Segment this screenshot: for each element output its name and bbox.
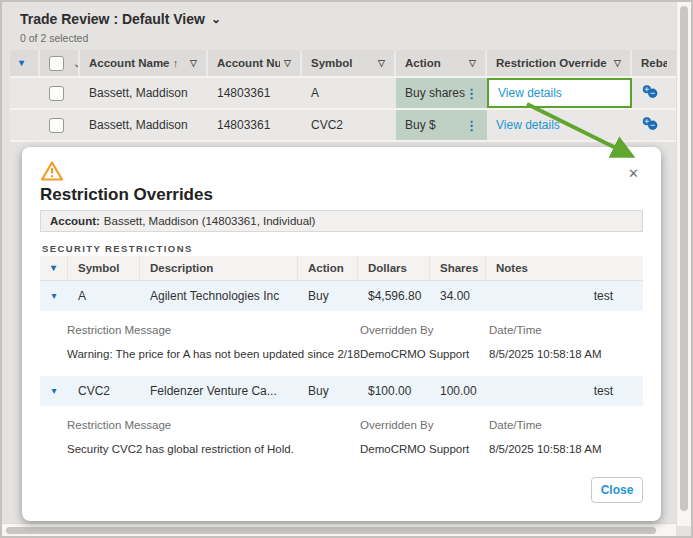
description-cell: Feldenzer Venture Ca... <box>140 384 298 398</box>
column-header-account-number[interactable]: Account Nu... ▽ <box>208 50 302 76</box>
warning-icon <box>40 160 64 186</box>
symbol-label: Symbol <box>311 57 353 69</box>
filter-icon[interactable]: ▽ <box>469 58 476 68</box>
restriction-override-label: Restriction Override <box>496 57 607 69</box>
datetime-value: 8/5/2025 10:58:18 AM <box>489 348 643 360</box>
rebalance-label: Rebalance <box>641 57 667 69</box>
restriction-override-cell-highlighted: View details <box>487 78 632 108</box>
symbol-cell: CVC2 <box>68 384 140 398</box>
description-cell: Agilent Technologies Inc <box>140 289 298 303</box>
select-menu-chevron-icon[interactable]: ⌄ <box>73 58 80 69</box>
column-header-symbol[interactable]: Symbol ▽ <box>302 50 396 76</box>
vertical-scrollbar-thumb[interactable] <box>680 6 688 511</box>
column-header-action[interactable]: Action ▽ <box>396 50 487 76</box>
table-row: Bassett, Maddison 14803361 A Buy shares … <box>10 78 676 110</box>
action-label: Action <box>405 57 441 69</box>
column-header-shares[interactable]: Shares <box>430 256 486 280</box>
vertical-scrollbar[interactable] <box>676 2 691 526</box>
datetime-value: 8/5/2025 10:58:18 AM <box>489 443 643 455</box>
column-header-notes[interactable]: Notes <box>486 256 643 280</box>
row-checkbox-cell <box>40 78 80 108</box>
action-cell: Buy <box>298 384 358 398</box>
column-header-symbol[interactable]: Symbol <box>68 256 140 280</box>
account-summary-bar: Account: Bassett, Maddison (14803361, In… <box>40 210 643 232</box>
security-row: ▾ CVC2 Feldenzer Venture Ca... Buy $100.… <box>40 376 643 406</box>
row-expand-cell[interactable] <box>10 78 40 108</box>
action-cell: Buy $ ⋮ <box>396 110 487 140</box>
expand-all-icon: ▾ <box>51 263 56 273</box>
filter-icon[interactable]: ▽ <box>190 58 197 68</box>
row-checkbox[interactable] <box>49 118 64 133</box>
filter-icon[interactable]: ▽ <box>378 58 385 68</box>
row-expand-cell[interactable] <box>10 110 40 140</box>
column-header-rebalance[interactable]: Rebalance <box>632 50 676 76</box>
symbol-cell: CVC2 <box>302 110 396 140</box>
column-header-account-name[interactable]: Account Name ↑ ▽ <box>80 50 208 76</box>
collapse-row-icon: ▾ <box>51 386 56 396</box>
rebalance-icon[interactable] <box>641 116 659 135</box>
view-details-link[interactable]: View details <box>496 118 560 132</box>
view-details-link[interactable]: View details <box>498 86 562 100</box>
row-checkbox[interactable] <box>49 86 64 101</box>
trade-review-screen: Trade Review : Default View ⌄ 0 of 2 sel… <box>0 0 693 538</box>
symbol-cell: A <box>68 289 140 303</box>
page-title[interactable]: Trade Review : Default View ⌄ <box>20 11 221 27</box>
restriction-detail: Restriction Message Overridden By Date/T… <box>40 406 643 471</box>
select-all-checkbox[interactable] <box>49 56 64 71</box>
row-collapse-cell[interactable]: ▾ <box>40 386 68 396</box>
trade-review-grid: ▾ ⌄ Account Name ↑ ▽ Account Nu... ▽ Sym… <box>10 50 676 142</box>
column-header-description[interactable]: Description <box>140 256 298 280</box>
table-row: Bassett, Maddison 14803361 CVC2 Buy $ ⋮ … <box>10 110 676 142</box>
restriction-overrides-modal: ✕ Restriction Overrides Account: Bassett… <box>22 147 661 521</box>
column-header-dollars[interactable]: Dollars <box>358 256 430 280</box>
horizontal-scrollbar[interactable] <box>2 523 676 536</box>
filter-icon[interactable]: ▽ <box>284 58 291 68</box>
close-button[interactable]: Close <box>591 477 643 503</box>
collapse-row-icon: ▾ <box>51 291 56 301</box>
overridden-by-label: Overridden By <box>360 419 489 431</box>
rebalance-icon[interactable] <box>641 84 659 103</box>
dollars-cell: $4,596.80 <box>358 289 430 303</box>
column-header-action[interactable]: Action <box>298 256 358 280</box>
row-collapse-cell[interactable]: ▾ <box>40 291 68 301</box>
account-label: Account: <box>50 215 100 227</box>
filter-icon[interactable]: ▽ <box>614 58 621 68</box>
rebalance-cell <box>632 110 676 140</box>
action-cell: Buy shares ⋮ <box>396 78 487 108</box>
restriction-message-label: Restriction Message <box>67 419 360 431</box>
shares-cell: 34.00 <box>430 289 486 303</box>
select-all-header[interactable]: ⌄ <box>40 50 80 76</box>
dollars-cell: $100.00 <box>358 384 430 398</box>
chevron-down-icon: ⌄ <box>211 12 221 26</box>
datetime-label: Date/Time <box>489 419 643 431</box>
action-cell: Buy <box>298 289 358 303</box>
expand-all-icon: ▾ <box>19 58 24 68</box>
horizontal-scrollbar-thumb[interactable] <box>6 527 656 534</box>
kebab-menu-icon[interactable]: ⋮ <box>465 118 478 133</box>
account-name-cell: Bassett, Maddison <box>80 78 208 108</box>
close-icon[interactable]: ✕ <box>628 167 639 180</box>
restriction-detail: Restriction Message Overridden By Date/T… <box>40 311 643 376</box>
modal-table-header: ▾ Symbol Description Action Dollars Shar… <box>40 256 643 281</box>
action-value: Buy shares <box>405 86 465 100</box>
expand-all-header[interactable]: ▾ <box>40 256 68 280</box>
restriction-message-value: Security CVC2 has global restriction of … <box>67 443 360 455</box>
modal-title: Restriction Overrides <box>40 185 213 205</box>
kebab-menu-icon[interactable]: ⋮ <box>465 86 478 101</box>
datetime-label: Date/Time <box>489 324 643 336</box>
sort-asc-icon: ↑ <box>173 57 179 69</box>
overridden-by-label: Overridden By <box>360 324 489 336</box>
row-checkbox-cell <box>40 110 80 140</box>
account-name-label: Account Name <box>89 57 170 69</box>
restriction-override-cell: View details <box>487 110 632 140</box>
expand-all-header[interactable]: ▾ <box>10 50 40 76</box>
notes-cell: test <box>486 289 643 303</box>
restriction-message-value: Warning: The price for A has not been up… <box>67 348 360 360</box>
security-restrictions-table: ▾ Symbol Description Action Dollars Shar… <box>40 256 643 471</box>
notes-cell: test <box>486 384 643 398</box>
security-row: ▾ A Agilent Technologies Inc Buy $4,596.… <box>40 281 643 311</box>
account-name-cell: Bassett, Maddison <box>80 110 208 140</box>
action-value: Buy $ <box>405 118 436 132</box>
column-header-restriction-override[interactable]: Restriction Override ▽ <box>487 50 632 76</box>
grid-header-row: ▾ ⌄ Account Name ↑ ▽ Account Nu... ▽ Sym… <box>10 50 676 78</box>
